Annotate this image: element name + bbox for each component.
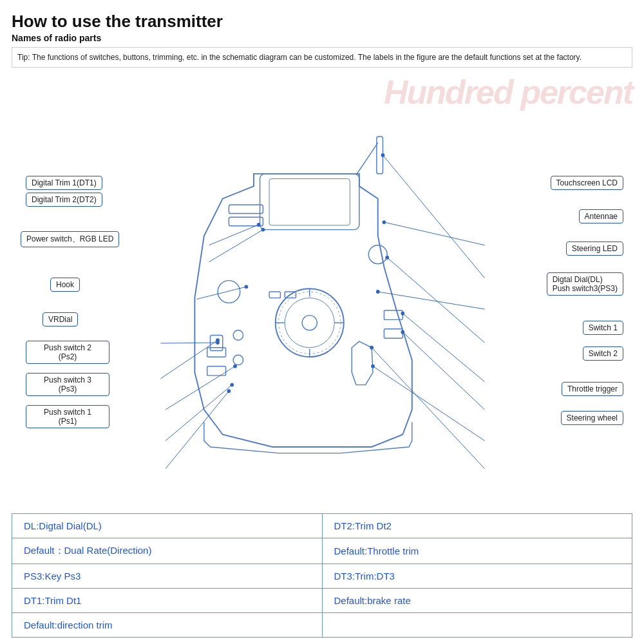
table-cell: [322, 613, 632, 638]
label-switch-1: Switch 1: [583, 321, 623, 335]
svg-point-4: [302, 316, 317, 330]
table-cell: Default:direction trim: [12, 613, 323, 638]
label-digtal-dial: Digtal Dial(DL)Push switch3(PS3): [547, 272, 623, 296]
svg-point-49: [383, 220, 386, 224]
label-throttle-trigger: Throttle trigger: [562, 382, 623, 396]
svg-rect-23: [229, 205, 263, 213]
svg-point-46: [233, 365, 237, 368]
svg-point-42: [261, 228, 265, 232]
svg-point-50: [381, 153, 385, 157]
label-vr-dial: VRDial: [43, 312, 78, 327]
svg-rect-1: [269, 179, 350, 225]
svg-point-41: [257, 223, 261, 227]
page-title: How to use the transmitter: [12, 12, 632, 32]
label-touchscreen-lcd: Touchscreen LCD: [551, 176, 623, 190]
svg-point-2: [276, 289, 344, 357]
svg-line-39: [373, 366, 485, 441]
svg-point-18: [368, 245, 387, 264]
table-cell: PS3:Key Ps3: [12, 564, 323, 589]
svg-point-48: [227, 389, 231, 393]
table-cell: Default:Throttle trim: [322, 538, 632, 564]
table-cell: DL:Digtal Dial(DL): [12, 514, 323, 538]
label-steering-led: Steering LED: [566, 242, 623, 256]
label-power-switch: Power switch、RGB LED: [21, 231, 119, 247]
tip-box: Tip: The functions of switches, buttons,…: [12, 47, 632, 68]
svg-line-26: [209, 230, 263, 262]
page-subtitle: Names of radio parts: [12, 33, 632, 43]
svg-line-28: [160, 343, 218, 343]
svg-line-38: [402, 332, 484, 410]
svg-line-29: [160, 340, 218, 379]
svg-point-52: [385, 256, 389, 260]
svg-point-45: [216, 338, 220, 342]
svg-line-37: [402, 314, 484, 382]
svg-point-47: [230, 383, 234, 387]
table-cell: Default：Dual Rate(Direction): [12, 538, 323, 564]
svg-line-33: [384, 222, 484, 245]
svg-line-9: [356, 143, 378, 175]
svg-point-53: [401, 312, 404, 316]
label-digital-trim-1: Digital Trim 1(DT1): [26, 176, 102, 190]
svg-line-36: [387, 258, 484, 343]
svg-line-31: [166, 385, 232, 441]
svg-point-54: [401, 330, 404, 334]
svg-point-20: [233, 330, 243, 340]
svg-point-43: [245, 285, 249, 289]
svg-line-30: [166, 366, 235, 410]
label-switch-2: Switch 2: [583, 346, 623, 361]
diagram-area: Hundred percent: [12, 73, 632, 511]
svg-line-25: [209, 225, 259, 245]
svg-rect-0: [260, 174, 359, 230]
label-digital-trim-2: Digital Trim 2(DT2): [26, 193, 102, 207]
label-steering-wheel: Steering wheel: [561, 411, 623, 425]
label-hook: Hook: [50, 278, 80, 292]
svg-point-3: [285, 298, 334, 348]
label-push-switch-2: Push switch 2(Ps2): [26, 341, 109, 364]
label-antennae: Antennae: [579, 209, 623, 223]
svg-point-11: [218, 281, 240, 303]
svg-point-22: [279, 292, 341, 354]
svg-point-55: [371, 365, 375, 368]
table-cell: DT1:Trim Dt1: [12, 589, 323, 613]
table-cell: DT3:Trim:DT3: [322, 564, 632, 589]
label-push-switch-3: Push switch 3(Ps3): [26, 373, 109, 396]
transmitter-diagram: [12, 73, 632, 511]
table-cell: Default:brake rate: [322, 589, 632, 613]
svg-point-21: [233, 355, 243, 365]
label-push-switch-1: Push switch 1(Ps1): [26, 405, 109, 428]
svg-line-34: [383, 155, 484, 278]
svg-line-40: [372, 348, 484, 469]
svg-rect-12: [269, 292, 280, 298]
svg-rect-16: [384, 310, 402, 319]
reference-table: DL:Digtal Dial(DL)DT2:Trim Dt2Default：Du…: [12, 513, 632, 638]
svg-rect-17: [384, 329, 402, 338]
bottom-section: DL:Digtal Dial(DL)DT2:Trim Dt2Default：Du…: [12, 511, 632, 644]
svg-point-56: [370, 346, 374, 350]
table-cell: DT2:Trim Dt2: [322, 514, 632, 538]
svg-point-51: [376, 290, 380, 294]
